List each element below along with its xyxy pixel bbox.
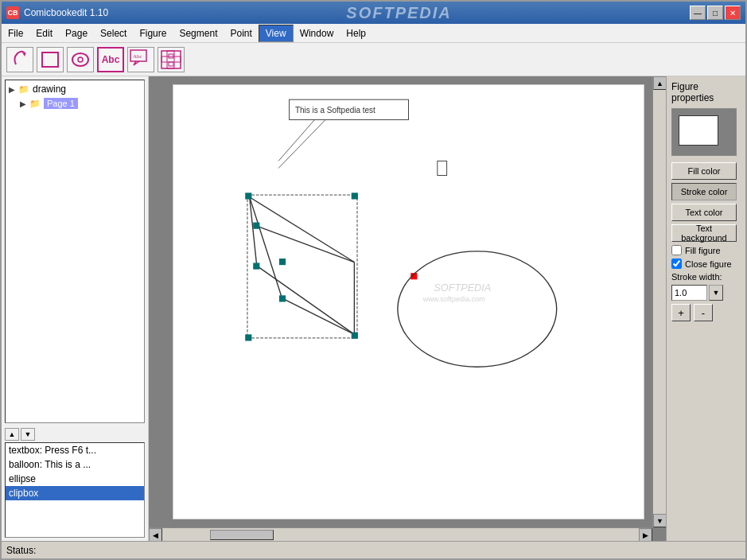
svg-text:SOFTPEDIA: SOFTPEDIA (434, 282, 491, 294)
list-item-ellipse[interactable]: ellipse (6, 472, 144, 486)
svg-rect-24 (352, 192, 358, 199)
fill-figure-row: Fill figure (671, 245, 741, 255)
title-bar-left: CB Comicbookedit 1.10 (6, 6, 108, 19)
text-color-button[interactable]: Text color (671, 204, 737, 221)
menu-segment[interactable]: Segment (173, 25, 224, 41)
minus-button[interactable]: - (694, 304, 713, 321)
main-area: ▶ 📁 drawing ▶ 📁 Page 1 ▲ ▼ textbox: Pres… (2, 76, 745, 541)
menu-select[interactable]: Select (94, 25, 133, 41)
folder-icon: 📁 (18, 83, 30, 95)
stroke-width-label: Stroke width: (671, 272, 741, 282)
drawing-area[interactable]: This is a Softpedia test (173, 84, 644, 519)
app-icon: CB (6, 6, 19, 19)
list-panel[interactable]: textbox: Press F6 t... balloon: This is … (5, 442, 145, 538)
svg-rect-27 (253, 262, 259, 269)
callout-tool-button[interactable]: Abc (127, 47, 154, 72)
stroke-width-dropdown[interactable]: ▼ (709, 285, 723, 301)
stroke-width-input[interactable] (671, 285, 707, 301)
minimize-button[interactable]: — (690, 6, 706, 20)
menu-view[interactable]: View (259, 25, 294, 42)
main-window: CB Comicbookedit 1.10 SOFTPEDIA — □ ✕ Fi… (0, 0, 747, 560)
tree-root-label: drawing (33, 84, 66, 95)
list-item-textbox[interactable]: textbox: Press F6 t... (6, 443, 144, 457)
right-panel: Figure properties Fill color Stroke colo… (666, 76, 745, 541)
menu-figure[interactable]: Figure (133, 25, 173, 41)
scroll-arrows: ▲ ▼ (2, 426, 148, 442)
svg-text:www.softpedia.com: www.softpedia.com (422, 295, 485, 303)
fill-figure-label: Fill figure (685, 246, 721, 255)
select-tool-button[interactable] (6, 47, 33, 72)
canvas-area[interactable]: This is a Softpedia test (149, 76, 666, 541)
status-label: Status: (6, 545, 36, 556)
svg-rect-7 (161, 56, 181, 62)
plus-minus-row: + - (671, 304, 741, 321)
text-tool-button[interactable]: Abc (97, 47, 124, 72)
svg-point-32 (398, 251, 557, 367)
stroke-width-row: ▼ (671, 285, 741, 301)
tree-view[interactable]: ▶ 📁 drawing ▶ 📁 Page 1 (5, 80, 145, 423)
scroll-down-button[interactable]: ▼ (653, 514, 666, 527)
stroke-color-button[interactable]: Stroke color (671, 183, 737, 200)
page-folder-icon: 📁 (29, 97, 41, 110)
svg-line-12 (278, 120, 314, 161)
status-bar: Status: (2, 541, 745, 558)
svg-line-16 (257, 266, 355, 334)
svg-line-13 (278, 120, 325, 169)
menu-bar: File Edit Page Select Figure Segment Poi… (2, 24, 745, 43)
svg-text:This is a Softpedia test: This is a Softpedia test (295, 106, 375, 115)
drawing-svg: This is a Softpedia test (173, 85, 644, 519)
horizontal-scrollbar[interactable]: ◀ ▶ (149, 527, 652, 541)
list-item-balloon[interactable]: balloon: This is a ... (6, 457, 144, 472)
svg-rect-29 (279, 295, 286, 301)
title-controls: — □ ✕ (690, 6, 741, 20)
close-button[interactable]: ✕ (725, 6, 741, 20)
scroll-down-button[interactable]: ▼ (21, 428, 35, 441)
tree-root[interactable]: ▶ 📁 drawing (7, 82, 142, 96)
fill-color-button[interactable]: Fill color (671, 162, 737, 180)
color-preview-box (671, 108, 737, 156)
scroll-up-button[interactable]: ▲ (5, 428, 19, 441)
list-item-clipbox[interactable]: clipbox (6, 486, 144, 500)
page-expand-icon[interactable]: ▶ (20, 99, 26, 108)
figure-properties-title: Figure properties (671, 81, 741, 103)
scroll-track-y[interactable] (653, 90, 666, 514)
menu-file[interactable]: File (2, 25, 29, 41)
fill-figure-checkbox[interactable] (671, 245, 682, 255)
svg-text:Abc: Abc (133, 53, 142, 60)
scroll-thumb-h[interactable] (210, 530, 274, 540)
svg-rect-26 (352, 332, 358, 339)
window-title: Comicbookedit 1.10 (24, 7, 108, 18)
svg-rect-23 (245, 192, 251, 199)
softpedia-watermark: SOFTPEDIA (346, 4, 451, 22)
page-icon: Page 1 (44, 98, 78, 109)
scroll-right-button[interactable]: ▶ (639, 528, 652, 541)
color-preview-inner (679, 115, 718, 146)
svg-rect-22 (247, 195, 357, 338)
ellipse-tool-button[interactable] (67, 47, 94, 72)
svg-rect-28 (253, 223, 259, 229)
scroll-left-button[interactable]: ◀ (149, 528, 162, 541)
scroll-track-x[interactable] (162, 528, 639, 541)
left-panel: ▶ 📁 drawing ▶ 📁 Page 1 ▲ ▼ textbox: Pres… (2, 76, 149, 541)
tree-page[interactable]: ▶ 📁 Page 1 (7, 96, 142, 111)
menu-page[interactable]: Page (59, 25, 94, 41)
menu-edit[interactable]: Edit (29, 25, 59, 41)
vertical-scrollbar[interactable]: ▲ ▼ (652, 76, 666, 527)
svg-rect-14 (438, 161, 447, 175)
maximize-button[interactable]: □ (707, 6, 723, 20)
svg-point-1 (72, 53, 88, 66)
grid-tool-button[interactable] (158, 47, 185, 72)
expand-icon[interactable]: ▶ (9, 85, 15, 94)
menu-help[interactable]: Help (340, 25, 372, 41)
plus-button[interactable]: + (671, 304, 691, 321)
svg-rect-9 (169, 62, 173, 66)
rect-tool-button[interactable] (37, 47, 64, 72)
svg-line-20 (282, 298, 355, 334)
close-figure-checkbox[interactable] (671, 259, 682, 269)
svg-rect-30 (279, 259, 286, 265)
text-background-button[interactable]: Text background (671, 224, 737, 242)
menu-window[interactable]: Window (294, 25, 340, 41)
toolbar: Abc Abc (2, 43, 745, 76)
scroll-up-button[interactable]: ▲ (653, 76, 666, 90)
menu-point[interactable]: Point (224, 25, 258, 41)
